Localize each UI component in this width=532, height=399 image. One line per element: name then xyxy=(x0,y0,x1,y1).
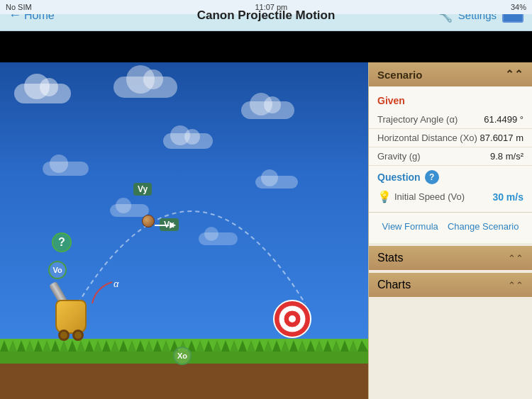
svg-marker-8 xyxy=(68,340,77,352)
svg-marker-30 xyxy=(255,340,264,352)
question-icon: ? xyxy=(52,232,72,252)
gravity-row: Gravity (g) 9.8 m/s² xyxy=(369,147,532,166)
svg-marker-37 xyxy=(315,340,323,352)
charts-header-label: Charts xyxy=(377,279,411,291)
view-formula-link[interactable]: View Formula xyxy=(382,221,438,232)
svg-marker-40 xyxy=(340,340,349,352)
scenario-collapse-icon: ⌃⌃ xyxy=(505,68,523,81)
canvas-wrapper: Vy Vx ▶ Vo ? α xyxy=(0,62,368,399)
charts-section-header[interactable]: Charts ⌃⌃ xyxy=(369,273,532,297)
svg-point-46 xyxy=(289,315,296,322)
question-section-label: Question ? xyxy=(369,166,532,187)
svg-marker-27 xyxy=(230,340,238,352)
svg-marker-9 xyxy=(77,340,85,352)
horizontal-dist-value: 87.6017 m xyxy=(480,133,523,143)
vo-circle-label: Vo xyxy=(48,261,67,279)
svg-marker-38 xyxy=(323,340,332,352)
question-help-icon[interactable]: ? xyxy=(425,170,439,184)
svg-marker-19 xyxy=(162,340,170,352)
svg-marker-32 xyxy=(272,340,281,352)
svg-marker-7 xyxy=(60,340,68,352)
svg-marker-5 xyxy=(43,340,51,352)
svg-marker-2 xyxy=(17,340,26,352)
gravity-value: 9.8 m/s² xyxy=(490,151,523,162)
ground-dirt xyxy=(0,364,368,399)
svg-marker-0 xyxy=(0,340,9,352)
given-label: Given xyxy=(369,92,532,111)
svg-marker-15 xyxy=(128,340,136,352)
trajectory-angle-value: 61.4499 ° xyxy=(484,114,523,125)
initial-speed-label: 💡 Initial Speed (Vo) xyxy=(377,190,465,203)
page-title: Canon Projectile Motion xyxy=(197,9,336,23)
svg-marker-41 xyxy=(349,340,358,352)
svg-marker-17 xyxy=(145,340,153,352)
ground: Xo xyxy=(0,339,368,399)
vy-label: Vy xyxy=(133,183,152,196)
change-scenario-link[interactable]: Change Scenario xyxy=(448,221,519,232)
svg-marker-11 xyxy=(94,340,102,352)
svg-marker-3 xyxy=(26,340,34,352)
svg-marker-4 xyxy=(34,340,43,352)
svg-marker-29 xyxy=(247,340,255,352)
bulb-icon: 💡 xyxy=(377,190,392,203)
target xyxy=(273,300,312,339)
carrier-label: No SIM xyxy=(6,3,32,11)
svg-marker-34 xyxy=(289,340,298,352)
scenario-content: Given Trajectory Angle (α) 61.4499 ° Hor… xyxy=(369,86,532,243)
battery-label: 34% xyxy=(511,3,526,11)
stats-collapse-icon: ⌃⌃ xyxy=(508,253,523,264)
svg-marker-25 xyxy=(213,340,221,352)
svg-marker-10 xyxy=(85,340,94,352)
svg-marker-36 xyxy=(306,340,315,352)
alpha-label: α xyxy=(113,279,118,289)
gravity-label: Gravity (g) xyxy=(377,151,421,162)
svg-marker-24 xyxy=(204,340,213,352)
action-links: View Formula Change Scenario xyxy=(369,215,532,237)
svg-marker-1 xyxy=(9,340,17,352)
trajectory-angle-label: Trajectory Angle (α) xyxy=(377,114,458,125)
scenario-section-header[interactable]: Scenario ⌃⌃ xyxy=(369,62,532,86)
svg-marker-26 xyxy=(221,340,230,352)
initial-speed-value: 30 m/s xyxy=(492,191,523,203)
svg-marker-31 xyxy=(264,340,272,352)
vx-arrow: ▶ xyxy=(155,225,169,226)
projectile-ball xyxy=(142,215,155,227)
trajectory-angle-row: Trajectory Angle (α) 61.4499 ° xyxy=(369,111,532,129)
main-layout: Vy Vx ▶ Vo ? α xyxy=(0,62,532,399)
svg-marker-35 xyxy=(298,340,306,352)
svg-marker-16 xyxy=(136,340,145,352)
xo-circle-label: Xo xyxy=(173,347,192,365)
svg-marker-6 xyxy=(51,340,60,352)
divider-1 xyxy=(369,212,532,213)
svg-marker-33 xyxy=(281,340,289,352)
right-panel: Scenario ⌃⌃ Given Trajectory Angle (α) 6… xyxy=(368,62,532,399)
svg-marker-39 xyxy=(332,340,340,352)
svg-marker-42 xyxy=(358,340,368,352)
cannon xyxy=(55,300,87,334)
horizontal-dist-row: Horizontal Distance (Xo) 87.6017 m xyxy=(369,129,532,147)
stats-section-header[interactable]: Stats ⌃⌃ xyxy=(369,246,532,270)
stats-header-label: Stats xyxy=(377,252,403,264)
charts-collapse-icon: ⌃⌃ xyxy=(508,280,523,291)
svg-marker-14 xyxy=(119,340,128,352)
initial-speed-row: 💡 Initial Speed (Vo) 30 m/s xyxy=(369,187,532,209)
svg-marker-13 xyxy=(111,340,119,352)
scenario-header-label: Scenario xyxy=(377,69,422,81)
svg-marker-12 xyxy=(102,340,111,352)
horizontal-dist-label: Horizontal Distance (Xo) xyxy=(377,133,477,143)
svg-marker-18 xyxy=(153,340,162,352)
svg-marker-28 xyxy=(238,340,247,352)
svg-marker-23 xyxy=(196,340,204,352)
